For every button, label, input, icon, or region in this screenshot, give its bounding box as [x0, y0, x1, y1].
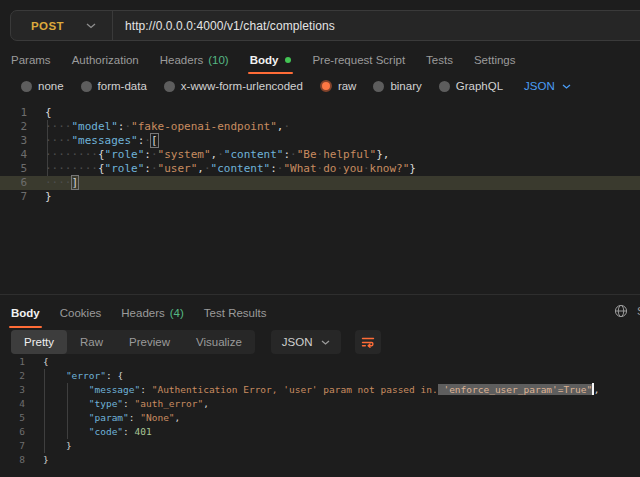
tab-settings[interactable]: Settings [474, 49, 516, 70]
line-number: 7 [0, 439, 25, 453]
wrap-lines-button[interactable] [355, 330, 381, 354]
tab-authorization[interactable]: Authorization [72, 49, 139, 70]
code-token: [ [151, 134, 158, 147]
code-line[interactable]: 2 "error": { [0, 369, 640, 383]
code-token: } [409, 162, 416, 175]
code-line[interactable]: 1{ [0, 106, 640, 120]
code-token: "None" [140, 412, 174, 423]
line-number: 5 [0, 411, 25, 425]
view-preview[interactable]: Preview [116, 330, 183, 354]
code-text: } [43, 453, 49, 467]
code-line[interactable]: 5········{"role":·"user",·"content":·"Wh… [0, 162, 640, 176]
globe-icon[interactable] [614, 304, 628, 318]
code-token: : [129, 412, 140, 423]
code-text: "param": "None", [43, 411, 180, 425]
code-token: "user" [158, 162, 198, 175]
response-header-actions [614, 304, 628, 318]
response-tab-headers[interactable]: Headers (4) [121, 303, 184, 324]
code-text: ····"model":·"fake-openai-endpoint",· [45, 120, 290, 134]
code-text: "error": { [43, 369, 123, 383]
view-visualize[interactable]: Visualize [183, 330, 255, 354]
response-tab-body[interactable]: Body [11, 303, 40, 324]
line-number: 6 [0, 176, 27, 190]
code-line[interactable]: 7} [0, 190, 640, 204]
view-pretty[interactable]: Pretty [11, 330, 67, 354]
code-token: "fake-openai-endpoint" [131, 120, 277, 133]
radio-selected-icon [320, 80, 332, 92]
code-line[interactable]: 4········{"role":·"system",·"content":·"… [0, 148, 640, 162]
response-toolbar: Pretty Raw Preview Visualize JSON [11, 330, 381, 354]
tab-headers[interactable]: Headers (10) [160, 49, 229, 70]
code-token: know?" [370, 162, 410, 175]
code-token: ···· [45, 176, 72, 189]
response-tab-cookies[interactable]: Cookies [60, 303, 102, 324]
response-format-dropdown[interactable]: JSON [271, 330, 342, 354]
body-type-x-www-form-urlencoded[interactable]: x-www-form-urlencoded [164, 80, 303, 92]
view-raw[interactable]: Raw [67, 330, 116, 354]
body-type-binary[interactable]: binary [373, 80, 421, 92]
request-url-bar: POST http://0.0.0.0:4000/v1/chat/complet… [10, 10, 640, 41]
code-token: · [363, 162, 370, 175]
code-line[interactable]: 3 "message": "Authentication Error, 'use… [0, 383, 640, 397]
code-token: you [343, 162, 363, 175]
raw-format-dropdown[interactable]: JSON [524, 80, 571, 92]
code-token: ···· [45, 134, 72, 147]
code-token: : [123, 426, 134, 437]
code-text: { [43, 355, 49, 369]
request-tabs: Params Authorization Headers (10) Body P… [11, 49, 516, 70]
tab-pre-request-script[interactable]: Pre-request Script [312, 49, 405, 70]
code-token: { [43, 356, 49, 367]
code-token: } [43, 454, 49, 465]
code-token: : [140, 384, 151, 395]
code-token: "What [283, 162, 316, 175]
code-token: "role" [105, 162, 145, 175]
code-token: } [45, 190, 52, 203]
code-line[interactable]: 3····"messages":·[ [0, 134, 640, 148]
body-type-none[interactable]: none [21, 80, 64, 92]
active-tab-underline [248, 72, 294, 74]
radio-icon [21, 81, 32, 92]
url-input[interactable]: http://0.0.0.0:4000/v1/chat/completions [125, 19, 335, 33]
code-line[interactable]: 5 "param": "None", [0, 411, 640, 425]
code-token: "message" [89, 384, 140, 395]
method-dropdown[interactable]: POST [11, 11, 96, 40]
tab-params[interactable]: Params [11, 49, 51, 70]
radio-icon [439, 81, 450, 92]
request-editor[interactable]: 1{2····"model":·"fake-openai-endpoint",·… [0, 106, 640, 296]
code-token: }, [376, 148, 389, 161]
body-type-bar: none form-data x-www-form-urlencoded raw… [21, 76, 571, 96]
tab-tests[interactable]: Tests [426, 49, 453, 70]
tab-body[interactable]: Body [250, 49, 292, 70]
code-token: : [144, 148, 151, 161]
body-type-form-data[interactable]: form-data [81, 80, 147, 92]
body-type-raw[interactable]: raw [320, 80, 357, 92]
code-line[interactable]: 8} [0, 453, 640, 467]
code-text: ····"messages":·[ [45, 134, 158, 148]
code-token: · [151, 148, 158, 161]
code-token: , [203, 398, 209, 409]
code-token: "model" [72, 120, 118, 133]
code-line[interactable]: 2····"model":·"fake-openai-endpoint",· [0, 120, 640, 134]
code-token [43, 370, 66, 381]
code-token: "auth_error" [135, 398, 204, 409]
code-token: { [98, 162, 105, 175]
code-line[interactable]: 1{ [0, 355, 640, 369]
response-editor[interactable]: 1{2 "error": {3 "message": "Authenticati… [0, 355, 640, 473]
code-text: ········{"role":·"user",·"content":·"Wha… [45, 162, 416, 176]
code-line[interactable]: 6 "code": 401 [0, 425, 640, 439]
body-type-graphql[interactable]: GraphQL [439, 80, 503, 92]
code-text: } [45, 190, 52, 204]
code-token: ········ [45, 148, 98, 161]
response-view-switch: Pretty Raw Preview Visualize [11, 330, 255, 354]
code-token: : { [106, 370, 123, 381]
code-token: 'enforce_user_param'=True" [438, 384, 592, 395]
response-tab-test-results[interactable]: Test Results [204, 303, 267, 324]
chevron-down-icon [321, 340, 330, 345]
code-line[interactable]: 4 "type": "auth_error", [0, 397, 640, 411]
response-tabs: Body Cookies Headers (4) Test Results [11, 303, 266, 323]
code-token: , [594, 384, 600, 395]
code-line[interactable]: 6····] [0, 176, 640, 190]
code-token: · [290, 148, 297, 161]
line-number: 3 [0, 383, 25, 397]
code-line[interactable]: 7 } [0, 439, 640, 453]
